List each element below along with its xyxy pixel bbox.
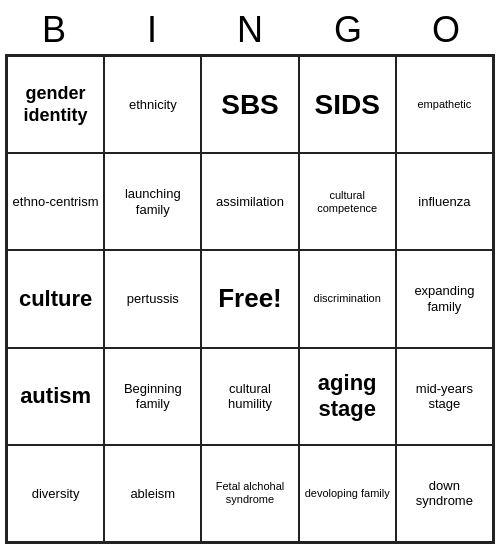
bingo-cell: ethnicity <box>104 56 201 153</box>
header-letter: N <box>201 8 299 52</box>
bingo-cell: devoloping family <box>299 445 396 542</box>
header-letter: I <box>103 8 201 52</box>
bingo-cell: Fetal alchohal syndrome <box>201 445 298 542</box>
bingo-header: BINGO <box>5 8 495 52</box>
bingo-cell: culture <box>7 250 104 347</box>
bingo-cell: Beginning family <box>104 348 201 445</box>
bingo-cell: autism <box>7 348 104 445</box>
bingo-cell: SBS <box>201 56 298 153</box>
bingo-cell: cultural humility <box>201 348 298 445</box>
bingo-cell: influenza <box>396 153 493 250</box>
bingo-cell: gender identity <box>7 56 104 153</box>
bingo-cell: diversity <box>7 445 104 542</box>
bingo-cell: Free! <box>201 250 298 347</box>
header-letter: B <box>5 8 103 52</box>
bingo-cell: empathetic <box>396 56 493 153</box>
bingo-cell: discrimination <box>299 250 396 347</box>
bingo-cell: expanding family <box>396 250 493 347</box>
bingo-cell: assimilation <box>201 153 298 250</box>
bingo-grid: gender identityethnicitySBSSIDSempatheti… <box>5 54 495 544</box>
bingo-cell: pertussis <box>104 250 201 347</box>
bingo-cell: SIDS <box>299 56 396 153</box>
bingo-cell: ableism <box>104 445 201 542</box>
bingo-cell: aging stage <box>299 348 396 445</box>
bingo-cell: cultural competence <box>299 153 396 250</box>
header-letter: O <box>397 8 495 52</box>
bingo-cell: ethno-centrism <box>7 153 104 250</box>
bingo-cell: mid-years stage <box>396 348 493 445</box>
header-letter: G <box>299 8 397 52</box>
bingo-cell: launching family <box>104 153 201 250</box>
bingo-cell: down syndrome <box>396 445 493 542</box>
